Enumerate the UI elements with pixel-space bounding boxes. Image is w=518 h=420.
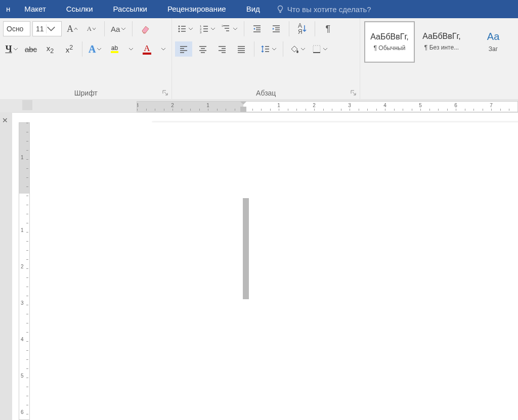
chevron-down-icon (300, 46, 306, 52)
ruler-number: 5 (419, 103, 422, 108)
ribbon-tab-mailings[interactable]: Рассылки (103, 0, 157, 18)
increase-indent-button[interactable] (268, 21, 285, 36)
shading-button[interactable] (287, 41, 308, 57)
separator (315, 21, 315, 36)
chevron-down-icon (13, 46, 18, 52)
svg-point-1 (179, 28, 180, 30)
underline-button[interactable]: Ч (3, 41, 20, 57)
font-color-dropdown[interactable] (158, 46, 168, 52)
text-effects-button[interactable]: A (87, 41, 104, 57)
paragraph-dialog-launcher[interactable] (351, 90, 357, 96)
separator (244, 21, 244, 36)
ruler-number: 2 (21, 264, 24, 269)
justify-icon (236, 44, 246, 54)
sort-button[interactable]: АЯ (293, 21, 311, 36)
font-size-combo[interactable]: 11 (32, 21, 62, 36)
highlight-dropdown[interactable] (126, 46, 136, 52)
align-center-button[interactable] (194, 41, 211, 57)
ruler-number: 2 (313, 103, 316, 108)
style-heading1[interactable]: Аа Заг (468, 21, 518, 62)
grow-font-button[interactable]: A (64, 21, 81, 36)
style-normal[interactable]: АаБбВвГг, ¶ Обычный (364, 21, 415, 63)
ribbon-tab-design-partial[interactable]: н (2, 0, 14, 18)
up-caret-icon (74, 27, 78, 31)
vertical-ruler-container: 21123456 (17, 112, 31, 420)
font-name-combo[interactable]: Осно (3, 21, 30, 36)
change-case-button[interactable]: Aa (109, 21, 128, 36)
chevron-down-icon (121, 26, 126, 31)
chevron-down-icon (210, 26, 215, 31)
navigation-pane: ✕ (0, 112, 12, 420)
close-icon[interactable]: ✕ (2, 116, 8, 124)
ribbon-tab-view[interactable]: Вид (236, 0, 270, 18)
hanging-indent-marker[interactable] (240, 107, 246, 112)
increase-indent-icon (271, 24, 281, 34)
borders-button[interactable] (310, 41, 330, 57)
align-left-button[interactable] (175, 41, 192, 57)
align-right-button[interactable] (213, 41, 231, 57)
arrow-down-icon (303, 24, 307, 33)
chevron-down-icon (233, 26, 238, 31)
justify-button[interactable] (233, 41, 250, 57)
font-dialog-launcher[interactable] (162, 90, 168, 96)
down-caret-icon (92, 27, 96, 31)
show-marks-button[interactable]: ¶ (319, 21, 336, 36)
ruler-number: 2 (171, 103, 174, 108)
styles-gallery[interactable]: АаБбВвГг, ¶ Обычный АаБбВвГг, ¶ Без инте… (360, 18, 518, 99)
numbering-icon: 123 (199, 24, 209, 34)
separator (104, 21, 105, 36)
chevron-down-icon (97, 46, 102, 52)
horizontal-ruler[interactable]: 32112345678 (137, 101, 518, 112)
chevron-down-icon (188, 26, 193, 31)
ribbon-tab-references[interactable]: Ссылки (56, 0, 103, 18)
ribbon-tab-review[interactable]: Рецензирование (157, 0, 236, 18)
ruler-number: 2 (21, 122, 24, 124)
chevron-down-icon (161, 46, 166, 52)
bullets-button[interactable] (175, 21, 195, 36)
svg-point-2 (179, 31, 180, 32)
style-preview: Аа (487, 31, 500, 45)
multilevel-icon: 1 (222, 24, 232, 34)
multilevel-button[interactable]: 1 (220, 21, 240, 36)
ruler-number: 3 (21, 300, 24, 306)
vertical-ruler[interactable]: 21123456 (19, 122, 30, 420)
ribbon-tab-layout[interactable]: Макет (14, 0, 56, 18)
document-page[interactable] (152, 122, 518, 420)
line-spacing-button[interactable] (258, 41, 279, 57)
highlight-button[interactable]: ab (106, 41, 123, 57)
style-no-spacing[interactable]: АаБбВвГг, ¶ Без инте... (417, 21, 466, 62)
chevron-down-icon (323, 46, 328, 52)
ruler-number: 1 (21, 155, 24, 160)
decrease-indent-button[interactable] (248, 21, 266, 36)
numbering-button[interactable]: 123 (197, 21, 218, 36)
dialog-launcher-icon (162, 90, 168, 96)
font-group-label: Шрифт (0, 89, 171, 97)
chevron-down-icon (47, 24, 56, 33)
style-name: ¶ Без инте... (424, 44, 459, 51)
document-area (152, 112, 518, 420)
clear-formatting-button[interactable] (137, 21, 154, 36)
svg-text:1: 1 (222, 24, 223, 27)
superscript-button[interactable]: x2 (61, 41, 78, 57)
tab-selector[interactable] (22, 100, 32, 110)
align-right-icon (217, 44, 227, 54)
font-color-button[interactable]: A (138, 41, 155, 57)
separator (283, 41, 283, 57)
style-name: Заг (489, 45, 498, 53)
shrink-font-button[interactable]: A (83, 21, 100, 36)
ribbon: Осно 11 A A Aa (0, 18, 518, 100)
lightbulb-icon (276, 5, 284, 13)
strikethrough-button[interactable]: abc (22, 41, 39, 57)
dialog-launcher-icon (351, 90, 357, 96)
tell-me-search[interactable]: Что вы хотите сделать? (270, 5, 371, 14)
eraser-icon (140, 24, 150, 34)
subscript-button[interactable]: x2 (41, 41, 59, 57)
tell-me-placeholder: Что вы хотите сделать? (287, 5, 371, 14)
ruler-number: 3 (137, 103, 139, 108)
chevron-down-icon (272, 46, 277, 52)
style-preview: АаБбВвГг, (422, 32, 461, 44)
decrease-indent-icon (252, 24, 262, 34)
text-cursor (243, 198, 249, 299)
ruler-number: 3 (348, 103, 351, 108)
ruler-number: 5 (21, 373, 24, 379)
